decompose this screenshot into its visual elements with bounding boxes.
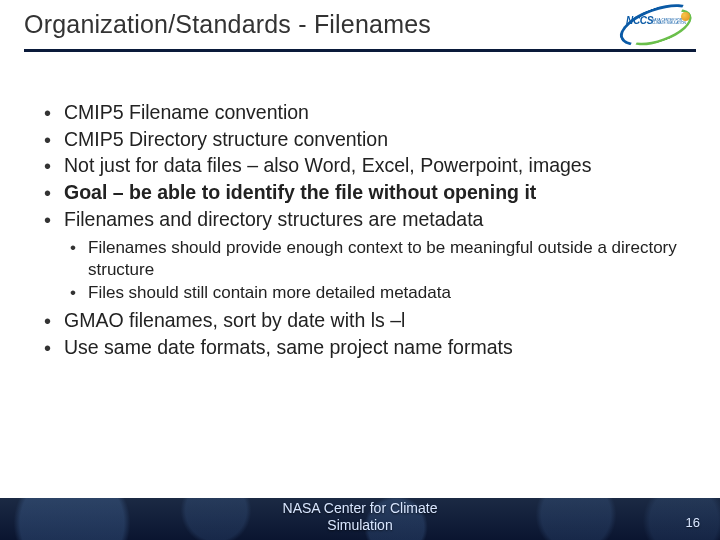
list-item-spacer: Filenames should provide enough context … — [38, 237, 682, 304]
logo-icon: NCCS NASA CENTER FORCLIMATE SIMULATION — [618, 8, 696, 42]
list-item: Filenames should provide enough context … — [66, 237, 682, 282]
logo-subtitle: NASA CENTER FORCLIMATE SIMULATION — [652, 19, 686, 26]
nccs-logo: NCCS NASA CENTER FORCLIMATE SIMULATION — [618, 8, 696, 42]
list-item: GMAO filenames, sort by date with ls –l — [38, 308, 682, 334]
slide: Organization/Standards - Filenames NCCS … — [0, 0, 720, 540]
page-title: Organization/Standards - Filenames — [24, 10, 696, 39]
list-item: CMIP5 Filename convention — [38, 100, 682, 126]
page-number: 16 — [686, 515, 700, 530]
bullet-list: CMIP5 Filename convention CMIP5 Director… — [38, 100, 682, 360]
footer-caption-line1: NASA Center for Climate — [283, 500, 438, 516]
list-item: Use same date formats, same project name… — [38, 335, 682, 361]
footer-caption-line2: Simulation — [327, 517, 392, 533]
list-item-bold: Goal – be able to identify the file with… — [64, 181, 536, 203]
list-item: Not just for data files – also Word, Exc… — [38, 153, 682, 179]
list-item: Filenames and directory structures are m… — [38, 207, 682, 233]
list-item: Files should still contain more detailed… — [66, 282, 682, 304]
logo-text: NCCS — [626, 15, 653, 26]
list-item: CMIP5 Directory structure convention — [38, 127, 682, 153]
footer: NASA Center for Climate Simulation 16 — [0, 498, 720, 540]
footer-caption: NASA Center for Climate Simulation — [0, 500, 720, 534]
header: Organization/Standards - Filenames NCCS … — [0, 0, 720, 43]
content-area: CMIP5 Filename convention CMIP5 Director… — [0, 52, 720, 360]
list-item: Goal – be able to identify the file with… — [38, 180, 682, 206]
sub-bullet-list: Filenames should provide enough context … — [38, 237, 682, 304]
